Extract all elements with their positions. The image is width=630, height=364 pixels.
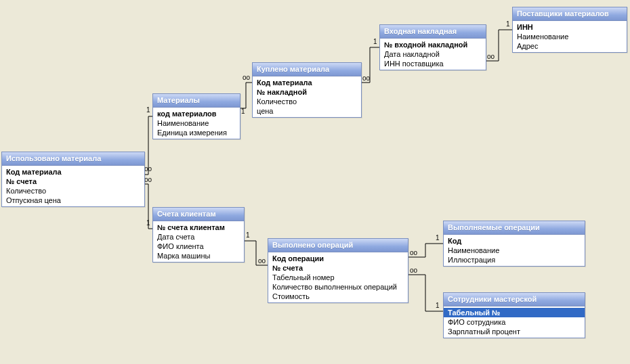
field[interactable]: Адрес <box>513 41 627 51</box>
entity-title[interactable]: Выполнено операций <box>268 239 408 252</box>
field[interactable]: Дата счета <box>153 232 244 242</box>
field[interactable]: ИНН поставщика <box>380 59 486 68</box>
field[interactable]: Дата накладной <box>380 49 486 59</box>
field-key[interactable]: код материалов <box>153 109 240 118</box>
entity-title[interactable]: Сотрудники мастерской <box>444 293 585 306</box>
entity-title[interactable]: Использовано материала <box>2 152 144 166</box>
entity-used-material[interactable]: Использовано материала Код материала № с… <box>1 152 145 207</box>
field[interactable]: Отпускная цена <box>2 196 144 205</box>
field[interactable]: Стоимость <box>268 292 408 301</box>
field-key[interactable]: ИНН <box>513 22 627 32</box>
field-key[interactable]: № счета клиентам <box>153 223 244 232</box>
entity-materials[interactable]: Материалы код материалов Наименование Ед… <box>152 93 240 139</box>
field[interactable]: Количество <box>253 97 361 106</box>
entity-incoming-invoice[interactable]: Входная накладная № входной накладной Да… <box>379 24 486 70</box>
field[interactable]: Наименование <box>153 118 240 128</box>
field[interactable]: Зарплатный процент <box>444 327 585 336</box>
rel-label-one: 1 <box>146 107 150 114</box>
rel-label-many: оо <box>410 267 417 274</box>
entity-operation-types[interactable]: Выполняемые операции Код Наименование Ил… <box>443 221 585 267</box>
entity-client-invoices[interactable]: Счета клиентам № счета клиентам Дата сче… <box>152 207 245 263</box>
field-key[interactable]: Код операции <box>268 254 408 263</box>
field[interactable]: Наименование <box>444 246 585 255</box>
field[interactable]: ФИО клиента <box>153 242 244 251</box>
rel-label-one: 1 <box>436 235 440 242</box>
field-key[interactable]: № счета <box>2 177 144 186</box>
field-key[interactable]: № накладной <box>253 87 361 97</box>
rel-label-one: 1 <box>506 21 510 28</box>
entity-workshop-staff[interactable]: Сотрудники мастерской Табельный № ФИО со… <box>443 292 585 338</box>
entity-title[interactable]: Выполняемые операции <box>444 221 585 235</box>
field-key-selected[interactable]: Табельный № <box>444 308 585 317</box>
entity-title[interactable]: Входная накладная <box>380 25 486 39</box>
field-key[interactable]: Код материала <box>253 78 361 87</box>
field[interactable]: Наименование <box>513 32 627 41</box>
rel-label-many: оо <box>362 75 370 82</box>
field[interactable]: Количество <box>2 186 144 196</box>
entity-title[interactable]: Куплено материала <box>253 63 361 76</box>
field[interactable]: Количество выполненных операций <box>268 282 408 292</box>
entity-title[interactable]: Материалы <box>153 94 240 108</box>
entity-purchased-material[interactable]: Куплено материала Код материала № наклад… <box>252 62 362 118</box>
field[interactable]: Единица измерения <box>153 128 240 137</box>
field-key[interactable]: № входной накладной <box>380 40 486 49</box>
rel-label-many: оо <box>144 177 152 183</box>
rel-label-one: 1 <box>246 232 250 239</box>
field[interactable]: Иллюстрация <box>444 255 585 265</box>
entity-title[interactable]: Счета клиентам <box>153 208 244 221</box>
rel-label-many: оо <box>258 258 266 265</box>
rel-label-one: 1 <box>146 220 150 227</box>
field[interactable]: Марка машины <box>153 251 244 260</box>
rel-label-one: 1 <box>436 302 440 309</box>
rel-label-many: оо <box>487 53 495 60</box>
field-key[interactable]: № счета <box>268 263 408 273</box>
entity-suppliers[interactable]: Поставщики материалов ИНН Наименование А… <box>512 7 627 53</box>
rel-label-many: оо <box>243 74 250 81</box>
rel-label-many: оо <box>144 166 152 173</box>
field-key[interactable]: Код материала <box>2 167 144 177</box>
entity-title[interactable]: Поставщики материалов <box>513 7 627 21</box>
field-key[interactable]: Код <box>444 236 585 246</box>
field[interactable]: цена <box>253 106 361 116</box>
rel-label-many: оо <box>410 250 417 256</box>
rel-label-one: 1 <box>373 39 377 45</box>
field[interactable]: ФИО сотрудника <box>444 317 585 327</box>
field[interactable]: Табельный номер <box>268 273 408 282</box>
entity-operations-done[interactable]: Выполнено операций Код операции № счета … <box>268 238 408 303</box>
rel-label-one: 1 <box>241 108 245 115</box>
